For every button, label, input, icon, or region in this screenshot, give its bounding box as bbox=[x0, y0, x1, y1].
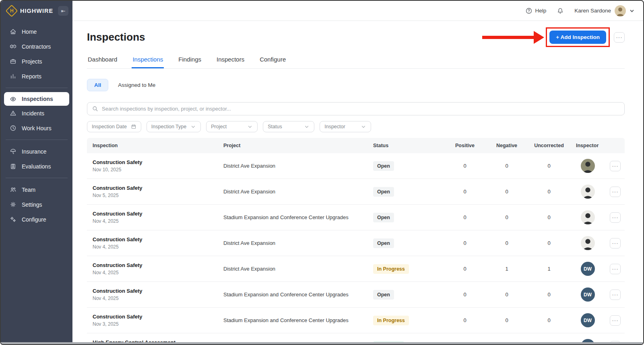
notifications-button[interactable] bbox=[557, 7, 564, 14]
row-more-button[interactable]: ··· bbox=[610, 290, 621, 300]
brand-name: HIGHWIRE bbox=[20, 8, 58, 14]
sidebar-nav: Home Contractors Projects Reports Inspec… bbox=[1, 21, 72, 227]
sidebar-item-label: Configure bbox=[22, 216, 46, 223]
inspection-date: Nov 10, 2025 bbox=[93, 167, 218, 172]
sidebar-item-contractors[interactable]: Contractors bbox=[1, 39, 72, 54]
segment-all[interactable]: All bbox=[87, 79, 108, 91]
row-more-button[interactable]: ··· bbox=[610, 341, 621, 345]
filter-project[interactable]: Project bbox=[206, 121, 258, 132]
inspection-name[interactable]: Construction Safety bbox=[93, 211, 218, 217]
uncorrected-count: 1 bbox=[528, 343, 570, 344]
col-inspection: Inspection bbox=[87, 143, 218, 148]
table-row[interactable]: Construction Safety Nov 4, 2025 District… bbox=[87, 256, 625, 282]
row-more-button[interactable]: ··· bbox=[610, 212, 621, 223]
table-row[interactable]: Construction Safety Nov 4, 2025 District… bbox=[87, 230, 625, 256]
table-row[interactable]: Construction Safety Nov 3, 2025 Stadium … bbox=[87, 308, 625, 333]
table-header: Inspection Project Status Positive Negat… bbox=[87, 138, 625, 153]
filter-inspector[interactable]: Inspector bbox=[320, 121, 371, 132]
umbrella-icon bbox=[10, 148, 17, 155]
tab-inspectors[interactable]: Inspectors bbox=[216, 53, 245, 68]
project-name: District Ave Expansion bbox=[218, 163, 367, 169]
sidebar-item-label: Contractors bbox=[22, 43, 51, 50]
table-row[interactable]: High Energy Control Assessment Nov 3, 20… bbox=[87, 333, 625, 344]
user-menu[interactable]: Karen Sardone bbox=[574, 5, 634, 16]
sidebar-item-label: Inspections bbox=[22, 96, 53, 102]
annotation-arrow bbox=[482, 31, 544, 44]
sidebar-item-home[interactable]: Home bbox=[1, 24, 72, 39]
negative-count: 1 bbox=[486, 343, 528, 344]
table-row[interactable]: Construction Safety Nov 4, 2025 Stadium … bbox=[87, 205, 625, 230]
tab-inspections[interactable]: Inspections bbox=[132, 53, 164, 68]
chevron-down-icon bbox=[190, 124, 196, 129]
row-more-button[interactable]: ··· bbox=[610, 264, 621, 274]
row-more-button[interactable]: ··· bbox=[610, 161, 621, 171]
person-silhouette-icon bbox=[581, 236, 595, 250]
inspection-name[interactable]: High Energy Control Assessment bbox=[93, 339, 218, 344]
add-inspection-button[interactable]: + Add Inspection bbox=[549, 31, 606, 44]
user-name: Karen Sardone bbox=[574, 8, 611, 14]
table-row[interactable]: Construction Safety Nov 5, 2025 District… bbox=[87, 179, 625, 205]
col-negative: Negative bbox=[486, 143, 528, 148]
sidebar-item-incidents[interactable]: Incidents bbox=[1, 106, 72, 121]
sidebar-item-evaluations[interactable]: Evaluations bbox=[1, 159, 72, 174]
handshake-icon bbox=[10, 43, 17, 50]
inspection-name[interactable]: Construction Safety bbox=[93, 288, 218, 294]
inspection-date: Nov 4, 2025 bbox=[93, 270, 218, 275]
inspection-name[interactable]: Construction Safety bbox=[93, 236, 218, 242]
project-name: HRM Headquarters bbox=[218, 343, 367, 344]
table-row[interactable]: Construction Safety Nov 10, 2025 Distric… bbox=[87, 153, 625, 179]
inspection-name[interactable]: Construction Safety bbox=[93, 262, 218, 268]
filter-status[interactable]: Status bbox=[263, 121, 314, 132]
filter-inspection-type[interactable]: Inspection Type bbox=[147, 121, 201, 132]
row-more-button[interactable]: ··· bbox=[610, 187, 621, 197]
sidebar-item-inspections[interactable]: Inspections bbox=[4, 92, 69, 106]
sidebar-item-configure[interactable]: Configure bbox=[1, 212, 72, 227]
filter-inspection-date[interactable]: Inspection Date bbox=[87, 121, 141, 132]
sidebar-item-reports[interactable]: Reports bbox=[1, 69, 72, 84]
page-header: Inspections + Add Inspection ··· bbox=[87, 27, 625, 47]
table-body: Construction Safety Nov 10, 2025 Distric… bbox=[87, 153, 625, 344]
sidebar-item-settings[interactable]: Settings bbox=[1, 197, 72, 212]
person-silhouette-icon bbox=[581, 159, 595, 173]
page-title: Inspections bbox=[87, 31, 482, 43]
tab-configure[interactable]: Configure bbox=[259, 53, 287, 68]
search-input[interactable] bbox=[102, 106, 619, 112]
uncorrected-count: 0 bbox=[528, 292, 570, 298]
bell-icon bbox=[557, 7, 564, 14]
team-icon bbox=[10, 186, 17, 193]
row-more-button[interactable]: ··· bbox=[610, 315, 621, 326]
inspector-avatar bbox=[581, 210, 595, 224]
col-status: Status bbox=[367, 143, 444, 148]
sidebar-collapse-button[interactable]: ⇤ bbox=[58, 6, 68, 16]
clock-icon bbox=[10, 125, 17, 131]
inspection-name[interactable]: Construction Safety bbox=[93, 314, 218, 320]
inspection-date: Nov 4, 2025 bbox=[93, 244, 218, 250]
tab-findings[interactable]: Findings bbox=[178, 53, 202, 68]
row-more-button[interactable]: ··· bbox=[610, 238, 621, 248]
sidebar-item-label: Projects bbox=[22, 58, 42, 65]
page-more-button[interactable]: ··· bbox=[614, 32, 625, 43]
segment-assigned-to-me[interactable]: Assigned to Me bbox=[118, 82, 155, 88]
inspector-avatar bbox=[581, 185, 595, 199]
gears-icon bbox=[10, 216, 17, 223]
sidebar-item-work-hours[interactable]: Work Hours bbox=[1, 121, 72, 136]
col-project: Project bbox=[218, 143, 367, 148]
sidebar-item-projects[interactable]: Projects bbox=[1, 54, 72, 69]
positive-count: 0 bbox=[444, 240, 486, 246]
status-badge: In Progress bbox=[373, 264, 409, 274]
sidebar-item-team[interactable]: Team bbox=[1, 182, 72, 197]
tab-dashboard[interactable]: Dashboard bbox=[87, 53, 118, 68]
search-bar bbox=[87, 102, 625, 115]
help-link[interactable]: Help bbox=[525, 7, 546, 14]
inspection-name[interactable]: Construction Safety bbox=[93, 159, 218, 165]
sidebar-item-insurance[interactable]: Insurance bbox=[1, 144, 72, 159]
person-silhouette-icon bbox=[581, 185, 595, 199]
positive-count: 0 bbox=[444, 163, 486, 169]
bar-chart-icon bbox=[10, 73, 17, 80]
calendar-icon bbox=[131, 124, 136, 129]
inspection-name[interactable]: Construction Safety bbox=[93, 185, 218, 191]
positive-count: 0 bbox=[444, 343, 486, 344]
sidebar-item-label: Team bbox=[22, 187, 35, 193]
table-row[interactable]: Construction Safety Nov 4, 2025 Stadium … bbox=[87, 282, 625, 308]
col-uncorrected: Uncorrected bbox=[528, 143, 570, 148]
